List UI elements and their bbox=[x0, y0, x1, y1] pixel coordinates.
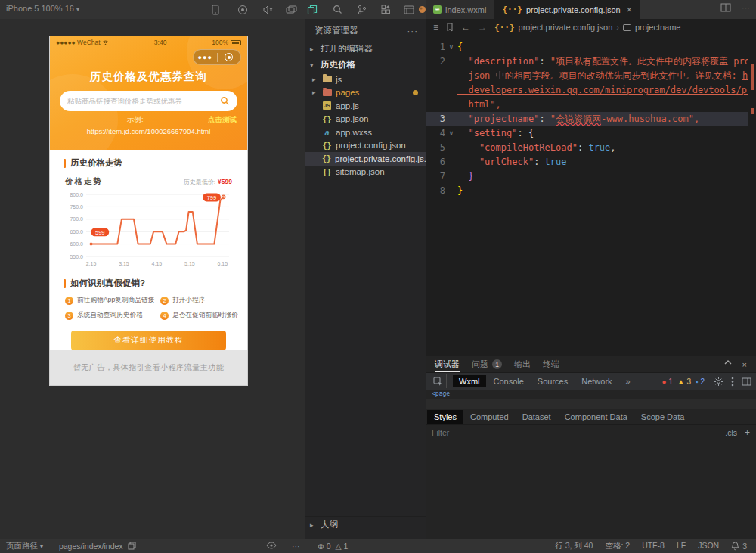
devtools-settings-icon[interactable] bbox=[714, 377, 723, 387]
page-path-selector[interactable]: 页面路径 ▾ bbox=[6, 541, 43, 551]
code-line[interactable]: 5 "compileHotReLoad": true, bbox=[426, 141, 756, 155]
cls-toggle[interactable]: .cls bbox=[725, 428, 737, 437]
file-row-pages[interactable]: ▸pages bbox=[305, 86, 426, 100]
preview-icon[interactable] bbox=[402, 3, 416, 16]
capsule-more-icon[interactable]: ●●● bbox=[194, 54, 217, 61]
tab-debugger[interactable]: 调试器 bbox=[435, 356, 460, 372]
filter-input[interactable] bbox=[432, 428, 725, 437]
compile-icon[interactable] bbox=[236, 3, 249, 16]
status-item[interactable]: UTF-8 bbox=[642, 541, 665, 551]
file-row-project-private-config-js-[interactable]: {}project.private.config.js... bbox=[305, 152, 426, 166]
source-control-icon[interactable] bbox=[355, 3, 368, 16]
more-tabs-icon[interactable]: » bbox=[620, 375, 637, 387]
code-line[interactable]: developers.weixin.qq.com/miniprogram/dev… bbox=[426, 83, 756, 98]
product-link-input[interactable] bbox=[67, 97, 220, 105]
tutorial-button[interactable]: 查看详细使用教程 bbox=[71, 331, 226, 350]
devtools-tab-console[interactable]: Console bbox=[488, 375, 530, 387]
open-editors-section[interactable]: ▸ 打开的编辑器 bbox=[305, 41, 426, 57]
status-item[interactable]: JSON bbox=[698, 541, 719, 551]
svg-text:3.15: 3.15 bbox=[119, 261, 129, 266]
copy-path-icon[interactable] bbox=[128, 542, 136, 550]
breadcrumb-file[interactable]: project.private.config.json bbox=[519, 23, 613, 32]
file-row-sitemap-json[interactable]: {}sitemap.json bbox=[305, 166, 426, 179]
code-line[interactable]: html", bbox=[426, 98, 756, 112]
mute-icon[interactable] bbox=[261, 3, 274, 16]
extensions-icon[interactable] bbox=[379, 3, 392, 16]
code-line[interactable]: 2 "description": "项目私有配置文件。此文件中的内容将覆盖 pr… bbox=[426, 54, 756, 69]
error-count[interactable]: ● 1 bbox=[662, 377, 672, 386]
explorer-title: 资源管理器 bbox=[314, 25, 358, 36]
code-area[interactable]: 1∨{2 "description": "项目私有配置文件。此文件中的内容将覆盖… bbox=[426, 36, 756, 198]
search-icon[interactable] bbox=[330, 3, 344, 16]
tab-dataset[interactable]: Dataset bbox=[516, 410, 558, 424]
device-selector[interactable]: iPhone 5 100% 16 ▾ bbox=[6, 4, 79, 13]
file-row-app-js[interactable]: JSapp.js bbox=[305, 99, 426, 113]
warning-count[interactable]: ▲ 3 bbox=[677, 377, 691, 386]
code-line[interactable]: 3 "projectname": "会说资源网-www.husohua.com"… bbox=[426, 112, 756, 126]
file-row-js[interactable]: ▸js bbox=[305, 73, 426, 86]
tab-computed[interactable]: Computed bbox=[463, 410, 516, 424]
devtools-tab-sources[interactable]: Sources bbox=[531, 375, 574, 387]
devtools-tab-wxml[interactable]: Wxml bbox=[453, 375, 486, 387]
simulator-panel: ●●●●● WeChat 3:40 100% ●●● 历史价格及优惠券查询 bbox=[0, 19, 305, 539]
breadcrumb-symbol[interactable]: projectname bbox=[635, 23, 681, 32]
page-path-value[interactable]: pages/index/index bbox=[59, 542, 123, 551]
inspect-element-icon[interactable] bbox=[430, 374, 447, 388]
search-icon[interactable] bbox=[220, 96, 230, 106]
status-item[interactable]: 行 3, 列 40 bbox=[555, 541, 593, 551]
editor-scrollbar[interactable] bbox=[748, 36, 756, 225]
add-style-icon[interactable]: + bbox=[745, 427, 750, 438]
tab-index-wxml[interactable]: ≋ index.wxml bbox=[426, 0, 494, 19]
code-line[interactable]: 8} bbox=[426, 184, 756, 198]
tab-problems[interactable]: 问题1 bbox=[472, 359, 502, 370]
file-row-app-wxss[interactable]: aapp.wxss bbox=[305, 126, 426, 139]
code-line[interactable]: 4∨ "setting": { bbox=[426, 126, 756, 141]
file-row-project-config-json[interactable]: {}project.config.json bbox=[305, 139, 426, 153]
more-status-icon[interactable]: ··· bbox=[292, 542, 300, 551]
test-button[interactable]: 点击测试 bbox=[208, 115, 237, 125]
visibility-icon[interactable] bbox=[266, 542, 277, 551]
devtools-tab-network[interactable]: Network bbox=[575, 375, 618, 387]
tab-styles[interactable]: Styles bbox=[427, 410, 463, 424]
problems-status[interactable]: ⊗ 0 △ 1 bbox=[318, 542, 348, 551]
back-icon[interactable]: ← bbox=[461, 22, 470, 33]
file-row-app-json[interactable]: {}app.json bbox=[305, 113, 426, 126]
status-item[interactable]: 空格: 2 bbox=[605, 541, 630, 551]
rotate-device-icon[interactable] bbox=[209, 3, 222, 16]
clear-cache-icon[interactable] bbox=[284, 3, 298, 16]
project-root-section[interactable]: ▾ 历史价格 bbox=[305, 57, 426, 73]
tab-terminal[interactable]: 终端 bbox=[543, 359, 559, 370]
wxml-tree-snippet[interactable]: <page bbox=[426, 390, 756, 399]
close-tab-icon[interactable]: × bbox=[627, 5, 632, 15]
code-line[interactable]: 7 } bbox=[426, 169, 756, 184]
warnings-icon: △ bbox=[336, 542, 342, 551]
collapse-panel-icon[interactable] bbox=[724, 360, 732, 369]
product-search-box[interactable] bbox=[60, 91, 237, 111]
tab-component-data[interactable]: Component Data bbox=[558, 410, 634, 424]
price-chart: 800.0750.0700.0650.0600.0550.02.153.154.… bbox=[64, 188, 235, 269]
status-item[interactable]: LF bbox=[677, 541, 686, 551]
tree-scroll-band[interactable] bbox=[426, 399, 756, 409]
close-panel-icon[interactable]: × bbox=[742, 360, 747, 369]
dock-side-icon[interactable] bbox=[742, 377, 751, 386]
info-count[interactable]: ▪ 2 bbox=[696, 377, 705, 386]
tab-project-private-config[interactable]: {··} project.private.config.json × bbox=[494, 0, 640, 19]
outline-section[interactable]: ▸ 大纲 bbox=[305, 516, 426, 533]
example-url[interactable]: https://item.jd.com/100026667904.html bbox=[50, 127, 247, 135]
explorer-icon[interactable] bbox=[305, 3, 319, 16]
code-line[interactable]: json 中的相同字段。项目的改动优先同步到此文件中。详见文档: https:/… bbox=[426, 69, 756, 83]
code-line[interactable]: 6 "urlCheck": true bbox=[426, 155, 756, 169]
devtools-menu-icon[interactable] bbox=[731, 377, 734, 387]
forward-icon[interactable]: → bbox=[478, 22, 487, 33]
menu-icon[interactable]: ≡ bbox=[433, 22, 438, 33]
tab-output[interactable]: 输出 bbox=[514, 359, 531, 370]
bookmark-icon[interactable] bbox=[446, 23, 454, 32]
symbol-icon bbox=[623, 24, 631, 31]
explorer-more-icon[interactable]: ··· bbox=[407, 26, 419, 36]
split-editor-icon[interactable] bbox=[720, 3, 731, 12]
more-actions-icon[interactable]: ··· bbox=[742, 3, 750, 12]
notifications-bell[interactable]: 3 bbox=[731, 542, 747, 551]
capsule-close-icon[interactable] bbox=[218, 53, 241, 61]
tab-scope-data[interactable]: Scope Data bbox=[634, 410, 691, 424]
code-line[interactable]: 1∨{ bbox=[426, 40, 756, 54]
